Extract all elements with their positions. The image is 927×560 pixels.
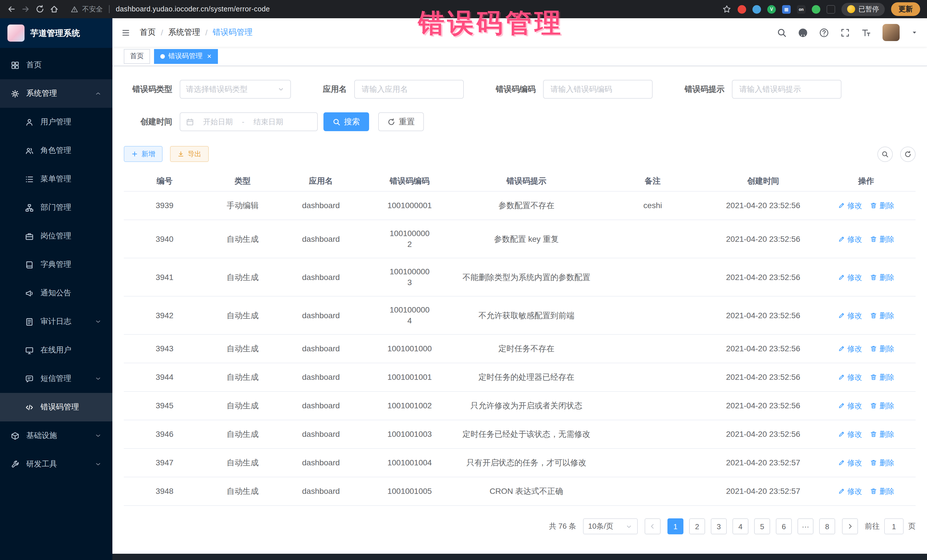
create-time-range[interactable]: - — [180, 112, 318, 131]
edit-link[interactable]: 修改 — [838, 271, 862, 283]
sidebar-item[interactable]: 角色管理 — [0, 136, 112, 165]
user-avatar[interactable] — [883, 24, 900, 41]
forward-icon[interactable] — [21, 5, 30, 14]
edit-link[interactable]: 修改 — [838, 233, 862, 245]
fullscreen-icon[interactable] — [840, 28, 850, 37]
page-button[interactable]: 8 — [819, 518, 835, 534]
extension-icon-red[interactable] — [738, 5, 746, 14]
code-icon — [25, 403, 33, 411]
reset-button[interactable]: 重置 — [378, 112, 424, 131]
github-icon[interactable] — [798, 28, 808, 37]
page-more-button[interactable]: ··· — [798, 518, 813, 534]
sidebar-item[interactable]: 系统管理 — [0, 79, 112, 108]
delete-link[interactable]: 删除 — [870, 457, 894, 469]
errorcode-code-input[interactable] — [550, 85, 645, 94]
page-button[interactable]: 6 — [776, 518, 792, 534]
extension-icon-green[interactable] — [812, 5, 820, 14]
delete-link[interactable]: 删除 — [870, 485, 894, 497]
edit-link[interactable]: 修改 — [838, 428, 862, 440]
edit-icon — [838, 274, 845, 281]
edit-link[interactable]: 修改 — [838, 485, 862, 497]
delete-link[interactable]: 删除 — [870, 428, 894, 440]
table-row: 3948自动生成dashboard1001001005CRON 表达式不正确20… — [124, 477, 916, 506]
bookmark-star-icon[interactable] — [722, 5, 731, 14]
tab[interactable]: 首页 — [124, 49, 150, 64]
breadcrumb-item[interactable]: 错误码管理 — [213, 27, 253, 38]
errorcode-type-select[interactable]: 请选择错误码类型 — [180, 80, 291, 99]
sidebar-item[interactable]: 基础设施 — [0, 422, 112, 450]
sidebar-item[interactable]: 通知公告 — [0, 279, 112, 307]
sidebar-item[interactable]: 研发工具 — [0, 450, 112, 478]
vue-devtools-extension-icon[interactable]: V — [767, 5, 776, 14]
sidebar-item[interactable]: 字典管理 — [0, 250, 112, 279]
sidebar-item[interactable]: 菜单管理 — [0, 165, 112, 193]
sidebar-item[interactable]: 用户管理 — [0, 108, 112, 136]
delete-link[interactable]: 删除 — [870, 233, 894, 245]
extension-icon-grid[interactable]: ▦ — [782, 5, 791, 14]
sidebar-item[interactable]: 短信管理 — [0, 364, 112, 393]
prev-page-button[interactable] — [644, 518, 661, 534]
start-date-input[interactable] — [198, 117, 238, 126]
sidebar-item[interactable]: 审计日志 — [0, 307, 112, 336]
edit-link[interactable]: 修改 — [838, 400, 862, 412]
page-button[interactable]: 4 — [732, 518, 748, 534]
delete-link[interactable]: 删除 — [870, 310, 894, 321]
breadcrumb-item[interactable]: 首页 — [140, 27, 156, 38]
hamburger-icon[interactable] — [122, 28, 130, 37]
breadcrumb-item[interactable]: 系统管理 — [168, 27, 200, 38]
update-chip[interactable]: 更新 — [891, 2, 920, 16]
font-size-icon[interactable] — [862, 28, 871, 37]
question-icon[interactable] — [819, 28, 829, 37]
edit-link[interactable]: 修改 — [838, 457, 862, 469]
sidebar-item[interactable]: 错误码管理 — [0, 393, 112, 422]
back-icon[interactable] — [7, 5, 16, 14]
extension-icon-blue-drop[interactable] — [752, 5, 761, 14]
end-date-input[interactable] — [248, 117, 288, 126]
sidebar-item[interactable]: 岗位管理 — [0, 222, 112, 250]
page-button[interactable]: 3 — [711, 518, 727, 534]
sidebar-item[interactable]: 部门管理 — [0, 193, 112, 222]
goto-page-input[interactable] — [884, 518, 904, 534]
page-button[interactable]: 5 — [754, 518, 770, 534]
delete-link[interactable]: 删除 — [870, 400, 894, 412]
window-bottom-edge — [112, 554, 927, 560]
edit-link[interactable]: 修改 — [838, 310, 862, 321]
cell-remark — [596, 483, 710, 499]
search-icon[interactable] — [777, 28, 787, 37]
page-button[interactable]: 2 — [689, 518, 705, 534]
edit-link[interactable]: 修改 — [838, 343, 862, 355]
cell-app: dashboard — [280, 301, 362, 329]
delete-link[interactable]: 删除 — [870, 200, 894, 212]
export-button[interactable]: 导出 — [170, 146, 209, 162]
url-text[interactable]: dashboard.yudao.iocoder.cn/system/error-… — [116, 5, 270, 13]
reload-icon[interactable] — [35, 5, 44, 14]
caret-down-icon[interactable] — [911, 29, 918, 36]
add-button[interactable]: 新增 — [124, 146, 163, 162]
errorcode-hint-input[interactable] — [739, 85, 834, 94]
next-page-button[interactable] — [842, 518, 858, 534]
table-row: 3942自动生成dashboard1001000004不允许获取敏感配置到前端2… — [124, 296, 916, 335]
edit-link[interactable]: 修改 — [838, 371, 862, 383]
refresh-table-button[interactable] — [900, 146, 916, 162]
delete-link[interactable]: 删除 — [870, 343, 894, 355]
sidebar-item[interactable]: 在线用户 — [0, 336, 112, 364]
toggle-search-button[interactable] — [877, 146, 893, 162]
page-size-select[interactable]: 10条/页 — [583, 518, 638, 534]
page-button[interactable]: 1 — [667, 518, 684, 534]
sidebar-item[interactable]: 首页 — [0, 51, 112, 79]
home-icon[interactable] — [50, 5, 59, 14]
address-bar[interactable]: 不安全 dashboard.yudao.iocoder.cn/system/er… — [71, 4, 270, 14]
edit-link[interactable]: 修改 — [838, 200, 862, 212]
search-icon — [333, 118, 340, 126]
paused-chip[interactable]: 已暂停 — [842, 3, 885, 16]
puzzle-extensions-icon[interactable] — [827, 5, 835, 14]
close-icon[interactable]: × — [207, 52, 211, 60]
extension-icon-on[interactable]: on — [797, 5, 805, 14]
app-name-input[interactable] — [362, 85, 456, 94]
refresh-icon — [388, 118, 395, 126]
tab[interactable]: 错误码管理× — [154, 49, 217, 64]
error-code-table: 编号类型应用名错误码编码错误码提示备注创建时间操作 3939手动编辑dashbo… — [124, 171, 916, 506]
delete-link[interactable]: 删除 — [870, 271, 894, 283]
delete-link[interactable]: 删除 — [870, 371, 894, 383]
search-button[interactable]: 搜索 — [324, 112, 369, 131]
